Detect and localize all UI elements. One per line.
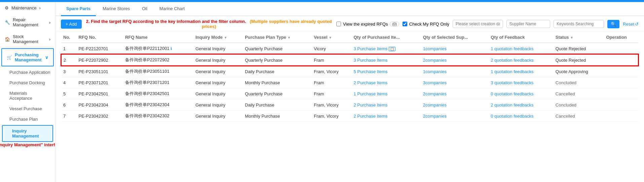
tab-oil[interactable]: Oil [137,2,153,16]
cell-inquiry-mode: General Inquiry [193,54,243,66]
cell-no: 6 [61,99,77,111]
add-button[interactable]: + Add [61,20,82,29]
sidebar-item-materials-acceptance[interactable]: Materials Acceptance [0,88,55,103]
qty-purchased-link[interactable]: 3 Purchase Items [353,46,387,51]
sidebar-item-purchasing-management[interactable]: 🛒 Purchasing Management ∨ [1,48,54,66]
qty-purchased-link[interactable]: 5 Purchase Items [353,69,387,74]
table-row: 4PE-P23071201 备件询价单P23071201 General Inq… [61,77,638,88]
cell-rfq-no: PE-P23042501 [77,88,123,99]
qty-feedback-link[interactable]: 1 quotation feedbacks [491,46,533,51]
tab-marine-stores[interactable]: Marine Stores [97,2,135,16]
search-button[interactable]: 🔍 [607,20,619,28]
status-sort-icon[interactable]: ▼ [570,36,573,39]
chevron-right-icon: › [49,37,50,42]
qty-selected-link[interactable]: 1companies [423,46,447,51]
cell-no: 3 [61,66,77,77]
cell-qty-purchased: 5 Purchase Items [351,66,421,77]
cell-rfq-name: 备件询价单P23051101 [123,66,193,77]
cell-purchase-plan-type: Quarterly Purchase [243,43,312,54]
col-rfq-no: RFQ No. [77,32,123,43]
cell-qty-feedback: 1 quotation feedbacks [489,43,554,54]
cell-qty-purchased: 2 Purchase Items [351,77,421,88]
qty-feedback-link[interactable]: 3 quotation feedbacks [491,80,533,85]
sidebar-item-purchase-application[interactable]: Purchase Application [0,67,55,78]
vessel-sort-icon[interactable]: ▼ [329,36,332,39]
rfq-table-wrap: No. RFQ No. RFQ Name Inquiry Mode ▼ Purc… [55,32,644,182]
info-icon[interactable]: ℹ [171,47,172,51]
cell-vessel: Fram [312,77,351,88]
qty-feedback-link[interactable]: 1 quotation feedbacks [491,69,533,74]
cell-rfq-no: PE-P23071201 [77,77,123,88]
cell-qty-selected: 1companies [421,43,489,54]
cell-vessel: Fram, Vicory [312,99,351,111]
check-my-rfq-checkbox[interactable] [403,22,407,26]
qty-feedback-link[interactable]: 2 quotation feedbacks [491,58,533,63]
qty-purchased-link[interactable]: 2 Purchase Items [353,114,387,119]
creation-date-input[interactable] [453,20,503,28]
hint-main-text: 2. Find the target RFQ according to the … [85,19,333,29]
table-row: 7PE-P23042302 备件询价单P23042302 General Inq… [61,111,638,122]
cell-purchase-plan-type: Quarterly Purchase [243,88,312,99]
col-no: No. [61,32,77,43]
supplier-name-input[interactable] [506,20,550,28]
col-vessel: Vessel ▼ [312,32,351,43]
col-rfq-name: RFQ Name [123,32,193,43]
check-my-rfq-checkbox-group: Check My RFQ Only [403,22,449,27]
qty-selected-link[interactable]: 2companies [423,91,447,96]
cell-rfq-name: 备件询价单P22112001 ℹ [123,43,193,54]
inquiry-mode-sort-icon[interactable]: ▼ [224,36,227,39]
table-row: 2PE-P22072902 备件询价单P22072902 General Inq… [61,54,638,66]
keywords-search-input[interactable] [554,20,604,28]
qty-selected-link[interactable]: 2companies [423,102,447,108]
cell-vessel: Fram, Vicory [312,66,351,77]
cell-qty-feedback: 1 quotation feedbacks [489,66,554,77]
cell-inquiry-mode: General Inquiry [193,88,243,99]
cell-inquiry-mode: General Inquiry [193,111,243,122]
qty-purchased-link[interactable]: 2 Purchase Items [353,80,387,85]
qty-selected-link[interactable]: 3companies [423,80,447,85]
sidebar-item-inquiry-management[interactable]: Inquiry Management 1.Click in turn to en… [2,125,53,142]
cell-rfq-no: PE-P23042302 [77,111,123,122]
stock-icon: 🏠 [5,37,10,42]
col-qty-selected: Qty of Selected Sup... [421,32,489,43]
qty-purchased-link[interactable]: 3 Purchase Items [353,58,387,63]
cell-vessel: Fram [312,54,351,66]
col-qty-purchased: Qty of Purchased Ite... [351,32,421,43]
sidebar-item-repair-management[interactable]: 🔧 Repair Management › [0,14,55,31]
purchase-plan-sort-icon[interactable]: ▼ [288,36,291,39]
cell-qty-purchased: 2 Purchase Items [351,99,421,111]
sidebar-item-purchase-docking[interactable]: Purchase Docking [0,78,55,88]
cell-qty-selected: 2companies [421,99,489,111]
col-inquiry-mode: Inquiry Mode ▼ [193,32,243,43]
sidebar-item-vessel-purchase[interactable]: Vessel Purchase [0,103,55,114]
cell-qty-feedback: 2 quotation feedbacks [489,54,554,66]
cell-no: 2 [61,54,77,66]
view-expired-checkbox[interactable] [336,22,341,26]
qty-purchased-link[interactable]: 2 Purchase Items [353,102,387,108]
qty-selected-link[interactable]: 2companies [423,114,447,119]
qty-feedback-link[interactable]: 2 quotation feedbacks [491,102,533,108]
maintenance-icon: ⚙ [5,5,9,10]
reset-button[interactable]: Reset ↺ [623,22,639,27]
sidebar-item-maintenance[interactable]: ⚙ Maintenance › [0,2,55,14]
qty-selected-link[interactable]: 2companies [423,58,447,63]
chevron-down-icon: ∨ [45,55,48,60]
qty-selected-link[interactable]: 1companies [423,69,447,74]
cell-status: Quote Approving [554,66,604,77]
content-area: Spare Parts Marine Stores Oil Marine Cha… [55,2,644,182]
qty-feedback-link[interactable]: 0 quotation feedbacks [491,91,533,96]
cell-qty-purchased: 3 Purchase Items [351,54,421,66]
purchasing-icon: 🛒 [7,55,12,60]
sidebar-item-stock-management[interactable]: 🏠 Stock Management › [0,31,55,48]
expired-count-badge: (0) [390,22,399,26]
tab-marine-chart[interactable]: Marine Chart [154,2,190,16]
qty-purchased-link[interactable]: 1 Purchase Items [353,91,387,96]
tab-spare-parts[interactable]: Spare Parts [61,2,96,16]
rfq-table: No. RFQ No. RFQ Name Inquiry Mode ▼ Purc… [61,32,639,122]
chevron-right-icon: › [39,5,40,10]
col-operation: Operation [604,32,638,43]
cell-qty-selected: 3companies [421,77,489,88]
qty-feedback-link[interactable]: 0 quotation feedbacks [491,114,533,119]
sidebar-item-purchase-plan[interactable]: Purchase Plan [0,114,55,124]
cell-qty-purchased: 2 Purchase Items [351,111,421,122]
